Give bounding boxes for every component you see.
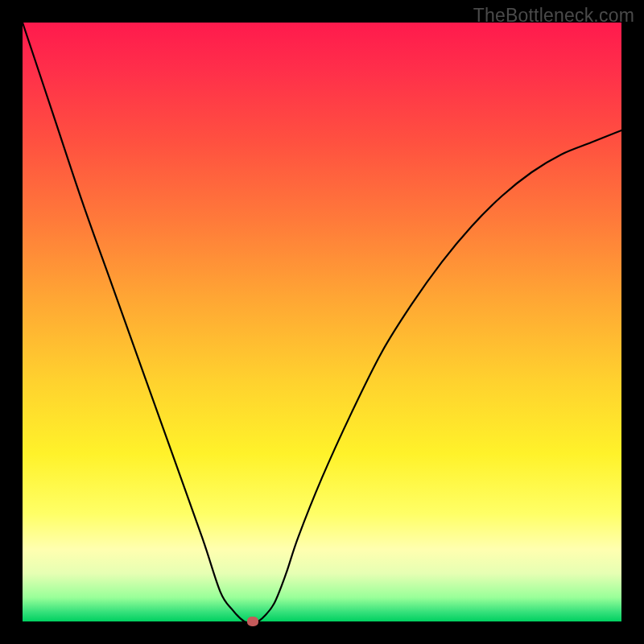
chart-plot-area <box>23 23 621 621</box>
watermark-text: TheBottleneck.com <box>473 5 634 27</box>
bottleneck-curve <box>23 23 621 621</box>
chart-frame: TheBottleneck.com <box>0 0 644 644</box>
minimum-marker-dot <box>247 617 258 626</box>
